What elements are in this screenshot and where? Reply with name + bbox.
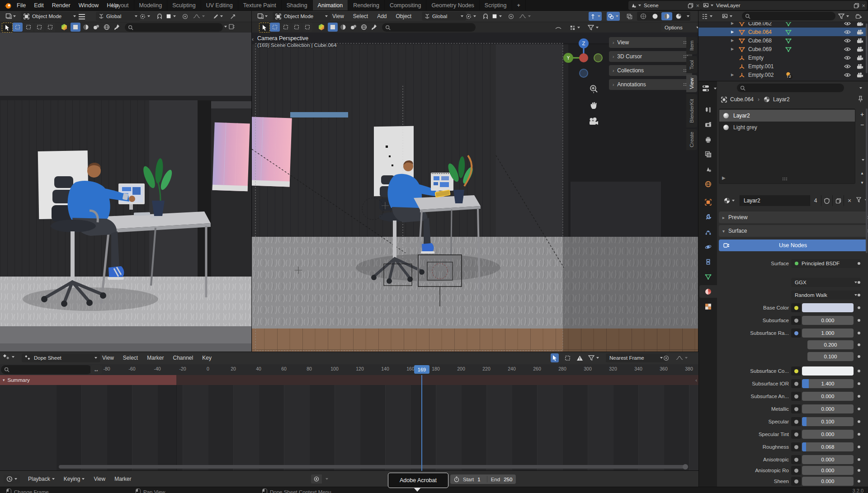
slider-metallic[interactable]: 0.000 [802,404,854,413]
panel-preview[interactable]: ▸ Preview [719,211,868,223]
new-collection-icon[interactable] [854,12,863,21]
outliner-row-empty[interactable]: Empty [698,53,866,62]
navigation-gizmo[interactable]: Z Y [558,34,608,84]
input-socket-toggle[interactable] [791,477,801,486]
sidebar-tab-tool[interactable]: Tool [686,56,697,73]
slider-subsurface-an[interactable]: 0.000 [802,392,854,401]
value-field-subsurface-ra-2[interactable]: 0.100 [807,352,854,361]
new-viewlayer-icon[interactable] [854,3,859,9]
keyframe-dot[interactable] [858,469,860,472]
sidebar-tab-blenderkit[interactable]: BlenderKit [686,94,697,127]
n-panel-collections[interactable]: ›Collections [609,65,692,76]
hide-in-viewport-icon[interactable] [844,64,851,69]
keyframe-dot[interactable] [858,458,860,461]
workspace-tab-layout[interactable]: Layout [107,0,134,11]
camera-view-icon[interactable] [588,117,599,127]
color-swatch-subsurface-co[interactable] [802,366,854,376]
playbar-menu-keying[interactable]: Keying [59,474,90,484]
keyframe-dot[interactable] [858,281,860,284]
properties-tab-modifiers[interactable] [699,211,717,223]
keying-set-icon[interactable] [311,474,322,484]
unlink-material-icon[interactable]: × [844,195,855,206]
keyframe-dot[interactable] [858,480,860,483]
input-socket-toggle[interactable] [791,303,801,312]
cursor-tool-button[interactable] [302,23,312,32]
timeline-scrollbar[interactable] [59,465,687,469]
monitor-right-scene[interactable] [431,173,453,191]
keyframe-dot[interactable] [858,262,860,265]
workspace-tab-shading[interactable]: Shading [282,0,313,11]
viewport-menu-add[interactable]: Add [373,11,391,22]
blender-logo-icon[interactable] [4,2,12,9]
properties-tab-particles[interactable] [699,225,717,238]
input-socket-toggle[interactable] [791,442,801,451]
outliner-row-empty-001[interactable]: Empty.001 [698,62,866,70]
sidebar-tab-item[interactable]: Item [686,37,697,54]
mode-dropdown[interactable]: Object Mode [273,12,330,21]
viewport-menu-view[interactable]: View [328,11,349,22]
keyframe-dot[interactable] [858,382,860,385]
filter-metaball-icon[interactable] [91,23,101,32]
playbar-menu-view[interactable]: View [89,474,110,484]
dope-menu-channel[interactable]: Channel [169,352,198,364]
keyframe-dot[interactable] [858,319,860,322]
slider-specular[interactable]: 0.100 [802,417,854,426]
filter-world-icon[interactable] [102,23,112,32]
slot-specials-caret[interactable] [862,159,864,161]
hide-in-viewport-icon[interactable] [844,30,851,34]
region-collapse-arrow[interactable]: ‹ [252,36,254,42]
add-workspace-button[interactable]: + [512,0,526,11]
hide-in-viewport-icon[interactable] [844,73,851,77]
snap-target-dropdown[interactable] [165,12,177,21]
slider-subsurface-ior[interactable]: 1.400 [802,379,854,388]
tweak-tool-button[interactable] [2,23,13,33]
panel-surface[interactable]: ▾ Surface [719,225,868,237]
properties-scrollbar[interactable] [866,108,868,253]
dope-menu-select[interactable]: Select [118,352,142,364]
filter-object-types-icon[interactable] [71,23,80,32]
channel-search-input[interactable] [1,365,92,374]
pan-hand-icon[interactable] [589,100,599,110]
dope-menu-key[interactable]: Key [198,352,216,364]
proportional-edit-icon[interactable] [181,12,189,21]
keyframe-dot[interactable] [858,294,860,296]
playhead-line[interactable] [421,375,422,471]
dope-filter-dropdown[interactable] [587,353,600,362]
eyedropper-icon[interactable] [212,12,224,21]
properties-editor-icon[interactable] [702,85,717,93]
input-socket-toggle[interactable] [791,392,801,401]
n-panel-annotations[interactable]: ›Annotations [609,79,692,90]
filter-brush-icon[interactable] [112,23,122,32]
filter-dropdown[interactable] [586,23,600,32]
hide-in-viewport-icon[interactable] [844,47,851,52]
properties-search-input[interactable] [737,84,844,92]
keyframe-dot[interactable] [858,355,860,358]
snap-magnet-icon[interactable] [156,12,164,21]
material-preview-ball-icon[interactable] [318,23,325,31]
tweak-tool-button[interactable] [259,23,270,33]
properties-options-caret[interactable] [859,87,862,89]
filter-metaball-icon[interactable] [349,23,359,32]
input-socket-toggle[interactable] [791,430,801,439]
copy-material-icon[interactable] [832,195,844,206]
outliner-filter-dropdown[interactable] [837,12,850,21]
channel-region[interactable] [0,385,177,471]
workspace-tab-modeling[interactable]: Modeling [134,0,168,11]
playbar-menu-marker[interactable]: Marker [110,474,136,484]
properties-tab-render[interactable] [699,118,717,131]
workspace-tab-rendering[interactable]: Rendering [348,0,385,11]
menu-window[interactable]: Window [75,0,103,11]
breadcrumb-object[interactable]: Cube.064 [730,96,754,103]
properties-tab-view-layer[interactable] [699,148,717,160]
outliner-display-mode-dropdown[interactable] [700,12,714,21]
falloff-dope-dropdown[interactable] [675,353,689,362]
scrollbar-handle-dot[interactable] [683,464,688,470]
slot-name[interactable]: Layar2 [733,113,750,119]
material-users-count[interactable]: 4 [810,195,821,206]
disable-in-renders-icon[interactable] [857,47,863,52]
transform-gizmo-arrow-icon[interactable] [229,12,237,21]
proportional-falloff-dropdown[interactable] [518,12,532,21]
menu-edit[interactable]: Edit [30,0,48,11]
sidebar-tab-create[interactable]: Create [686,129,697,150]
transform-orientation-dropdown[interactable]: Global [96,12,140,21]
